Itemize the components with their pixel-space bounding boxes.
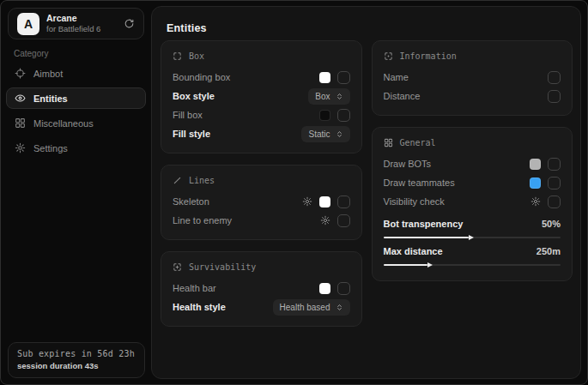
lines-card-header: Lines (173, 176, 350, 185)
slider-value: 50% (542, 219, 561, 229)
setting-label: Box style (173, 91, 215, 101)
crosshair-icon (15, 68, 26, 79)
max-distance-slider-block: Max distance 250m (384, 244, 561, 266)
chevrons-up-down-icon (336, 93, 343, 100)
setting-label: Skeleton (173, 196, 209, 207)
left-column: Box Bounding box Box style Box (161, 40, 362, 327)
sidebar-item-label: Miscellaneous (33, 118, 94, 129)
information-card-header: Information (384, 51, 561, 61)
subscription-card: Sub expires in 56d 23h session duration … (8, 342, 145, 378)
skeleton-settings-gear-icon[interactable] (302, 196, 312, 207)
box-style-dropdown[interactable]: Box (308, 88, 349, 105)
color-swatch[interactable] (530, 159, 541, 170)
scan-brackets-icon (173, 51, 182, 61)
max-distance-slider[interactable] (384, 264, 561, 266)
setting-label: Bounding box (173, 72, 230, 82)
refresh-icon[interactable] (124, 18, 135, 29)
info-brackets-icon (384, 51, 393, 61)
draw-bots-checkbox[interactable] (548, 158, 561, 171)
color-swatch[interactable] (319, 72, 330, 83)
setting-row-health-bar: Health bar (173, 279, 350, 298)
draw-teammates-checkbox[interactable] (548, 177, 561, 189)
slider-label: Max distance (384, 246, 443, 256)
sidebar-item-settings[interactable]: Settings (6, 137, 146, 159)
setting-label: Name (384, 72, 409, 82)
chevrons-up-down-icon (336, 304, 343, 311)
slider-thumb[interactable] (469, 235, 474, 240)
dropdown-value: Box (315, 92, 330, 101)
name-checkbox[interactable] (548, 71, 561, 84)
lines-card-title: Lines (189, 176, 215, 185)
general-card-header: General (384, 138, 561, 147)
right-column: Information Name Distance (372, 40, 573, 281)
information-card: Information Name Distance (372, 40, 573, 116)
setting-row-fill-box: Fill box (173, 105, 350, 124)
grid-icon (384, 138, 393, 147)
main-panel: Entities Box Bounding box (151, 6, 581, 379)
color-swatch[interactable] (530, 177, 541, 189)
fill-style-dropdown[interactable]: Static (301, 126, 349, 142)
sidebar-item-label: Aimbot (33, 69, 63, 79)
session-duration-text: session duration 43s (17, 361, 136, 370)
line-to-enemy-checkbox[interactable] (337, 214, 350, 227)
health-bar-checkbox[interactable] (337, 282, 350, 295)
setting-row-distance: Distance (384, 87, 561, 105)
setting-row-name: Name (384, 68, 561, 87)
sidebar-item-miscellaneous[interactable]: Miscellaneous (6, 112, 146, 134)
fill-box-checkbox[interactable] (337, 109, 350, 122)
bot-transparency-slider[interactable] (384, 237, 561, 238)
setting-row-visibility-check: Visibility check (384, 192, 561, 211)
skeleton-checkbox[interactable] (337, 196, 350, 208)
setting-label: Health bar (173, 283, 216, 293)
survivability-card: Survivability Health bar Health style (161, 251, 362, 327)
slider-thumb[interactable] (427, 262, 433, 268)
lines-card: Lines Skeleton Line to enemy (161, 165, 362, 240)
bot-transparency-slider-block: Bot transpenency 50% (384, 217, 561, 238)
setting-row-box-style: Box style Box (173, 87, 350, 105)
dropdown-value: Static (308, 129, 330, 139)
survivability-card-title: Survivability (189, 262, 256, 272)
setting-label: Draw teammates (384, 177, 455, 188)
sidebar-item-entities[interactable]: Entities (6, 87, 146, 109)
setting-row-line-to-enemy: Line to enemy (173, 211, 350, 230)
information-card-title: Information (400, 51, 457, 61)
setting-label: Fill box (173, 110, 203, 120)
box-card: Box Bounding box Box style Box (161, 40, 362, 153)
setting-row-draw-bots: Draw BOTs (384, 154, 561, 173)
sidebar-item-label: Entities (33, 93, 68, 104)
grid-icon (15, 117, 26, 129)
sidebar-nav: Aimbot Entities Miscellaneous Settings (6, 63, 146, 159)
app-logo: A (17, 13, 39, 35)
box-card-title: Box (189, 51, 204, 61)
box-card-header: Box (173, 51, 350, 61)
health-style-dropdown[interactable]: Health based (273, 299, 350, 316)
setting-label: Distance (384, 91, 421, 101)
setting-row-bounding-box: Bounding box (173, 68, 350, 87)
sidebar-item-label: Settings (33, 143, 68, 153)
slider-value: 250m (536, 246, 561, 256)
setting-label: Health style (173, 302, 226, 312)
distance-checkbox[interactable] (548, 90, 561, 103)
visibility-check-checkbox[interactable] (548, 196, 561, 208)
setting-row-health-style: Health style Health based (173, 298, 350, 316)
sidebar-item-aimbot[interactable]: Aimbot (6, 63, 146, 84)
gear-icon (15, 142, 26, 153)
diagonal-line-icon (173, 176, 182, 185)
brand-text: Arcane for Battlefield 6 (46, 13, 100, 34)
chevrons-up-down-icon (336, 130, 343, 138)
color-swatch[interactable] (319, 283, 330, 294)
setting-label: Line to enemy (173, 215, 232, 226)
dropdown-value: Health based (280, 303, 330, 312)
line-to-enemy-settings-gear-icon[interactable] (320, 215, 330, 226)
setting-label: Fill style (173, 129, 210, 139)
sub-expiry-text: Sub expires in 56d 23h (17, 349, 136, 358)
app-window: A Arcane for Battlefield 6 Category Aimb… (0, 0, 588, 385)
color-swatch[interactable] (319, 110, 330, 121)
eye-icon (15, 93, 26, 104)
survivability-card-header: Survivability (173, 262, 350, 272)
visibility-check-settings-gear-icon[interactable] (530, 196, 541, 207)
bounding-box-checkbox[interactable] (337, 71, 350, 84)
color-swatch[interactable] (319, 196, 330, 208)
sidebar: A Arcane for Battlefield 6 Category Aimb… (1, 1, 151, 384)
setting-row-draw-teammates: Draw teammates (384, 173, 561, 192)
